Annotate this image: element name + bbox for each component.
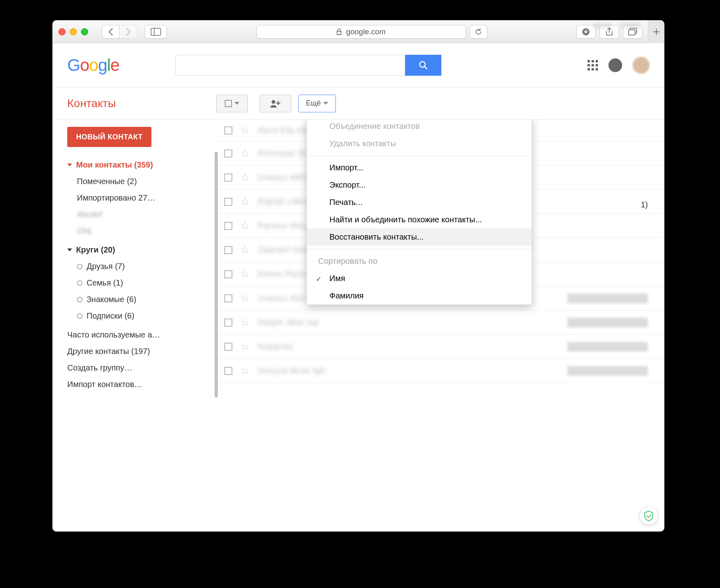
sidebar-blurred-item[interactable]: Ghij xyxy=(67,223,215,239)
address-text: google.com xyxy=(346,27,385,36)
sidebar-circle-family[interactable]: Семья (1) xyxy=(67,275,215,291)
sidebar-imported[interactable]: Импортировано 27… xyxy=(67,190,215,206)
more-button[interactable]: Ещё xyxy=(298,95,336,112)
browser-forward-button[interactable] xyxy=(120,25,137,39)
notifications-icon[interactable] xyxy=(608,58,622,72)
svg-line-6 xyxy=(424,66,427,69)
checkbox-icon xyxy=(225,100,232,107)
contact-name-blurred: Vwxyza Bcde fgh xyxy=(258,366,325,375)
account-text-blurred: abcd Efghij xyxy=(593,21,654,33)
star-icon[interactable]: ☆ xyxy=(240,268,250,280)
star-icon[interactable]: ☆ xyxy=(240,195,250,208)
star-icon[interactable]: ☆ xyxy=(240,364,250,377)
window-minimize-button[interactable] xyxy=(70,28,77,35)
add-contact-button[interactable] xyxy=(260,95,291,112)
contacts-list: 1) ☆ Abcd Efg Hij ☆ Klmnopqr St ☆ Uvwxyz… xyxy=(215,120,664,531)
more-label: Ещё xyxy=(306,99,321,108)
contact-row[interactable]: ☆ Vwxyza Bcde fgh xyxy=(215,359,664,383)
contact-email-blurred xyxy=(567,294,648,303)
downloads-button[interactable] xyxy=(576,25,596,39)
row-checkbox[interactable] xyxy=(224,198,232,206)
lock-icon xyxy=(336,29,342,35)
sidebar-label: Подписки (6) xyxy=(87,311,134,321)
row-checkbox[interactable] xyxy=(224,343,232,351)
sidebar-label: Круги (20) xyxy=(76,245,115,255)
sidebar-label: Знакомые (6) xyxy=(87,295,137,304)
sidebar-starred[interactable]: Помеченные (2) xyxy=(67,173,215,190)
browser-address-bar[interactable]: google.com xyxy=(257,25,466,39)
sidebar-import[interactable]: Импорт контактов… xyxy=(67,376,215,393)
window-close-button[interactable] xyxy=(58,28,66,35)
sidebar-label: Мои контакты (359) xyxy=(76,160,153,170)
star-icon[interactable]: ☆ xyxy=(240,244,250,256)
search-form xyxy=(176,55,441,76)
contact-name-blurred: Nopqrstu xyxy=(258,342,294,351)
contact-name-blurred: Efghijk LMno xyxy=(258,197,309,206)
menu-sort-name[interactable]: ✓ Имя xyxy=(307,270,532,287)
row-checkbox[interactable] xyxy=(224,367,232,375)
menu-restore[interactable]: Восстановить контакты... xyxy=(307,228,532,246)
scrollbar-thumb[interactable] xyxy=(215,152,218,398)
circle-icon xyxy=(77,280,83,286)
contact-row[interactable]: ☆ Defghi Jklm lop xyxy=(215,311,664,335)
row-checkbox[interactable] xyxy=(224,174,232,182)
contact-name-blurred: Uvwxyz Abc xyxy=(258,294,305,303)
row-checkbox[interactable] xyxy=(224,222,232,230)
row-checkbox[interactable] xyxy=(224,270,232,278)
select-all-button[interactable] xyxy=(216,95,248,112)
apps-icon[interactable] xyxy=(588,60,598,70)
browser-reload-button[interactable] xyxy=(470,25,487,39)
sidebar-circle-subs[interactable]: Подписки (6) xyxy=(67,308,215,324)
star-icon[interactable]: ☆ xyxy=(240,124,250,137)
search-input[interactable] xyxy=(176,55,405,76)
sidebar-create-group[interactable]: Создать группу… xyxy=(67,360,215,376)
sidebar-label: Импортировано 27… xyxy=(77,193,155,203)
sidebar-other[interactable]: Другие контакты (197) xyxy=(67,343,215,360)
check-icon: ✓ xyxy=(316,275,322,284)
adblock-shield-icon[interactable] xyxy=(640,507,658,525)
row-checkbox[interactable] xyxy=(224,246,232,254)
browser-sidebar-button[interactable] xyxy=(145,25,167,39)
star-icon[interactable]: ☆ xyxy=(240,316,250,329)
new-contact-button[interactable]: НОВЫЙ КОНТАКТ xyxy=(67,127,151,147)
menu-sort-surname[interactable]: Фамилия xyxy=(307,287,532,304)
chevron-down-icon xyxy=(67,164,72,166)
row-checkbox[interactable] xyxy=(224,294,232,302)
star-icon[interactable]: ☆ xyxy=(240,340,250,353)
google-logo[interactable]: Google xyxy=(67,56,119,75)
star-icon[interactable]: ☆ xyxy=(240,171,250,184)
contact-row[interactable]: ☆ Nopqrstu xyxy=(215,335,664,359)
sidebar-circle-acquaint[interactable]: Знакомые (6) xyxy=(67,291,215,308)
sidebar-frequent[interactable]: Часто используемые а… xyxy=(67,327,215,343)
row-checkbox[interactable] xyxy=(224,149,232,157)
sidebar-label: Друзья (7) xyxy=(87,262,125,271)
star-icon[interactable]: ☆ xyxy=(240,292,250,304)
row-checkbox[interactable] xyxy=(224,126,232,135)
browser-back-button[interactable] xyxy=(102,25,120,39)
circle-icon xyxy=(77,297,83,302)
avatar[interactable] xyxy=(633,57,650,74)
menu-export[interactable]: Экспорт... xyxy=(307,176,532,194)
sidebar-circle-friends[interactable]: Друзья (7) xyxy=(67,258,215,275)
more-dropdown-menu: Объединение контактов Удалить контакты И… xyxy=(306,120,532,305)
chevron-down-icon xyxy=(323,102,328,105)
sidebar-circles[interactable]: Круги (20) xyxy=(67,242,215,258)
person-plus-icon xyxy=(270,99,281,108)
sidebar-my-contacts[interactable]: Мои контакты (359) xyxy=(67,157,215,173)
star-icon[interactable]: ☆ xyxy=(240,147,250,159)
contact-email-blurred xyxy=(567,342,648,352)
sidebar-blurred-item[interactable]: Abcdef xyxy=(67,206,215,223)
search-button[interactable] xyxy=(405,55,441,76)
menu-find-merge[interactable]: Найти и объединить похожие контакты... xyxy=(307,211,532,228)
sidebar-label: Импорт контактов… xyxy=(67,380,142,389)
menu-import[interactable]: Импорт... xyxy=(307,159,532,176)
star-icon[interactable]: ☆ xyxy=(240,219,250,232)
window-zoom-button[interactable] xyxy=(81,28,88,35)
menu-print[interactable]: Печать... xyxy=(307,194,532,211)
search-icon xyxy=(418,60,428,70)
row-checkbox[interactable] xyxy=(224,319,232,327)
svg-point-7 xyxy=(272,100,275,104)
contact-name-blurred: Klmnopqr St xyxy=(258,149,306,158)
app-title: Контакты xyxy=(53,97,215,110)
google-header: Google xyxy=(53,43,664,87)
